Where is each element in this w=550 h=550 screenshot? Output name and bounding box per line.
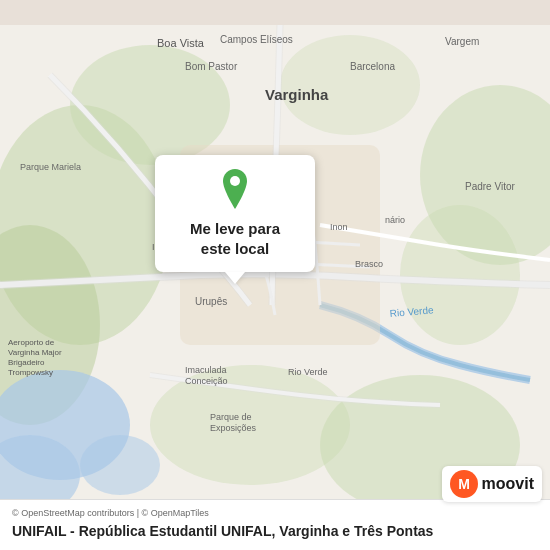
moovit-logo: M moovit <box>442 466 542 502</box>
svg-text:Varginha: Varginha <box>265 86 329 103</box>
svg-text:Inon: Inon <box>330 222 348 232</box>
svg-text:Padre Vitor: Padre Vitor <box>465 181 516 192</box>
svg-text:nário: nário <box>385 215 405 225</box>
moovit-text: moovit <box>482 475 534 493</box>
svg-text:Exposições: Exposições <box>210 423 257 433</box>
svg-text:Conceição: Conceição <box>185 376 228 386</box>
svg-text:Bom Pastor: Bom Pastor <box>185 61 238 72</box>
location-title: UNIFAIL - República Estudantil UNIFAL, V… <box>12 522 538 540</box>
svg-text:Vargem: Vargem <box>445 36 479 47</box>
map-attribution: © OpenStreetMap contributors | © OpenMap… <box>12 508 538 518</box>
svg-text:Urupês: Urupês <box>195 296 227 307</box>
svg-text:Barcelona: Barcelona <box>350 61 395 72</box>
location-pin-icon <box>219 169 251 209</box>
svg-text:Boa Vista: Boa Vista <box>157 37 205 49</box>
bottom-info-bar: © OpenStreetMap contributors | © OpenMap… <box>0 499 550 550</box>
svg-text:Trompowsky: Trompowsky <box>8 368 53 377</box>
svg-point-11 <box>80 435 160 495</box>
location-popup[interactable]: Me leve para este local <box>155 155 315 272</box>
svg-text:Rio Verde: Rio Verde <box>288 367 328 377</box>
svg-text:Aeroporto de: Aeroporto de <box>8 338 55 347</box>
svg-point-6 <box>280 35 420 135</box>
svg-text:Campos Elíseos: Campos Elíseos <box>220 34 293 45</box>
svg-text:Parque de: Parque de <box>210 412 252 422</box>
svg-point-37 <box>230 176 240 186</box>
svg-point-4 <box>400 205 520 345</box>
svg-text:M: M <box>458 476 470 492</box>
svg-text:Varginha Major: Varginha Major <box>8 348 62 357</box>
moovit-icon: M <box>450 470 478 498</box>
svg-text:Parque Mariela: Parque Mariela <box>20 162 81 172</box>
map-container: Boa Vista Campos Elíseos Vargem Bom Past… <box>0 0 550 550</box>
svg-text:Imaculada: Imaculada <box>185 365 227 375</box>
popup-label: Me leve para este local <box>173 219 297 258</box>
svg-text:Brasco: Brasco <box>355 259 383 269</box>
svg-text:Brigadeiro: Brigadeiro <box>8 358 45 367</box>
